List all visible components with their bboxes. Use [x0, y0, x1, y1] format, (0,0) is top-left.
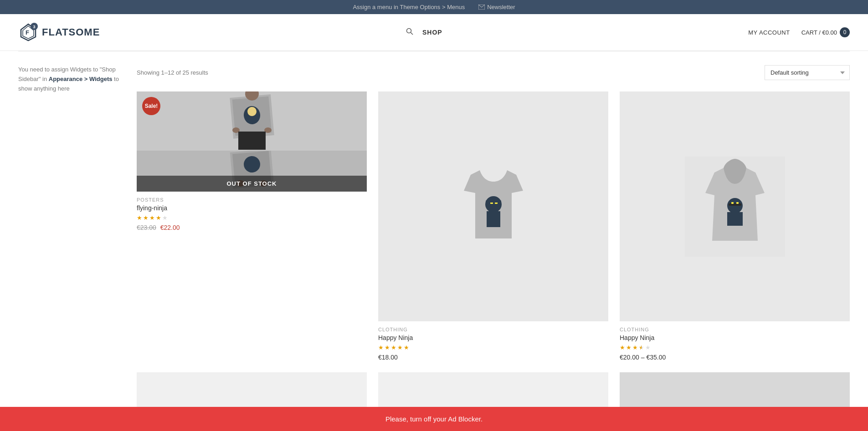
product-card[interactable]: CLOTHING Happy Ninja ★ ★ ★ ★ ★ ★ €20.00 … [620, 91, 850, 361]
ad-blocker-bar: Please, turn off your Ad Blocker. [0, 407, 868, 431]
price-new: €22.00 [160, 224, 180, 231]
cart-count: 0 [840, 27, 850, 37]
cart-label: CART / €0.00 [801, 29, 837, 36]
product-category: CLOTHING [620, 327, 850, 332]
product-name: Happy Ninja [620, 334, 850, 341]
product-image [378, 91, 608, 321]
product-card[interactable]: Sale! [137, 91, 367, 361]
product-image-wrap [620, 91, 850, 321]
shop-content: Showing 1–12 of 25 results Default sorti… [137, 65, 850, 431]
star-1: ★ [378, 344, 384, 351]
star-4: ★ ★ [639, 344, 644, 351]
logo-area[interactable]: F 3 FLATSOME [18, 22, 100, 42]
search-button[interactable] [406, 28, 413, 37]
ad-blocker-text: Please, turn off your Ad Blocker. [385, 415, 483, 423]
product-stars: ★ ★ ★ ★ ★ [378, 344, 608, 351]
product-category: CLOTHING [378, 327, 608, 332]
main-content: You need to assign Widgets to "Shop Side… [0, 51, 868, 431]
sort-select[interactable]: Default sorting Sort by popularity Sort … [765, 65, 850, 80]
sale-badge: Sale! [142, 97, 160, 115]
cart-button[interactable]: CART / €0.00 0 [801, 27, 850, 37]
out-of-stock-label: OUT OF STOCK [137, 176, 367, 192]
product-image [620, 91, 850, 321]
star-1: ★ [620, 344, 625, 351]
star-5: ★ [645, 344, 651, 351]
hoodie-image [685, 157, 785, 257]
star-2: ★ [385, 344, 390, 351]
star-3: ★ [149, 214, 155, 221]
product-name: Happy Ninja [378, 334, 608, 341]
star-2: ★ [626, 344, 632, 351]
header-actions: MY ACCOUNT CART / €0.00 0 [748, 27, 850, 37]
newsletter-text: Newsletter [487, 4, 515, 10]
svg-rect-25 [487, 211, 500, 227]
svg-line-7 [411, 33, 413, 35]
product-image-wrap [378, 91, 608, 321]
product-card[interactable]: CLOTHING Happy Ninja ★ ★ ★ ★ ★ €18.00 [378, 91, 608, 361]
email-icon [478, 5, 485, 10]
shop-nav-link[interactable]: SHOP [422, 29, 442, 36]
product-name: flying-ninja [137, 204, 367, 212]
product-price: €20.00 – €35.00 [620, 354, 850, 361]
svg-text:F: F [26, 29, 29, 36]
search-icon [406, 28, 413, 35]
svg-text:3: 3 [33, 25, 36, 29]
svg-point-6 [406, 29, 411, 33]
svg-rect-15 [238, 132, 266, 150]
product-image-top [206, 91, 298, 151]
results-count: Showing 1–12 of 25 results [137, 69, 208, 76]
product-category: POSTERS [137, 197, 367, 203]
product-stars: ★ ★ ★ ★ ★ [137, 214, 367, 221]
star-4: ★ [397, 344, 403, 351]
product-image-wrap: Sale! [137, 91, 367, 192]
my-account-link[interactable]: MY ACCOUNT [748, 29, 790, 36]
appearance-widgets-link[interactable]: Appearance > Widgets [49, 76, 113, 82]
product-price: €23.00 €22.00 [137, 224, 367, 231]
price-old: €23.00 [137, 224, 156, 231]
price: €18.00 [378, 354, 398, 361]
logo-icon: F 3 [18, 22, 38, 42]
svg-rect-28 [486, 200, 501, 203]
star-3: ★ [632, 344, 638, 351]
main-nav: SHOP [406, 28, 442, 37]
price-range: €20.00 – €35.00 [620, 354, 666, 361]
svg-rect-31 [729, 203, 741, 206]
product-stars: ★ ★ ★ ★ ★ ★ [620, 344, 850, 351]
header: F 3 FLATSOME SHOP MY ACCOUNT CART / €0.0… [0, 14, 868, 51]
svg-point-24 [485, 196, 502, 213]
shop-toolbar: Showing 1–12 of 25 results Default sorti… [137, 65, 850, 80]
star-5: ★ [404, 344, 409, 351]
newsletter-link[interactable]: Newsletter [478, 4, 515, 10]
sidebar: You need to assign Widgets to "Shop Side… [18, 65, 123, 431]
logo-text: FLATSOME [42, 26, 100, 38]
star-2: ★ [143, 214, 149, 221]
sidebar-text: You need to assign Widgets to "Shop Side… [18, 65, 123, 93]
star-4: ★ [156, 214, 161, 221]
product-grid: Sale! [137, 91, 850, 431]
shirt-image [443, 157, 544, 257]
svg-rect-33 [736, 202, 739, 204]
star-1: ★ [137, 214, 142, 221]
star-3: ★ [391, 344, 396, 351]
star-5: ★ [162, 214, 168, 221]
product-price: €18.00 [378, 354, 608, 361]
top-bar: Assign a menu in Theme Options > Menus N… [0, 0, 868, 14]
svg-rect-34 [727, 212, 743, 226]
svg-rect-32 [731, 202, 734, 204]
assign-menu-text: Assign a menu in Theme Options > Menus [353, 4, 465, 10]
